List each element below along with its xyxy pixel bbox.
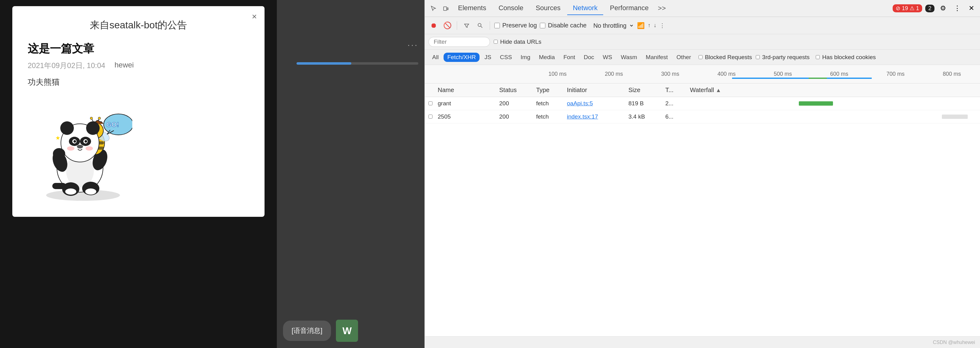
tab-elements[interactable]: Elements xyxy=(452,2,492,15)
row-1-time: 2... xyxy=(665,100,690,107)
more-tabs-button[interactable]: >> xyxy=(655,3,668,14)
type-css-button[interactable]: CSS xyxy=(496,53,515,62)
record-button[interactable]: ⏺ xyxy=(428,20,439,31)
type-ws-button[interactable]: WS xyxy=(599,53,616,62)
row-2-name[interactable]: 2505 xyxy=(438,113,499,120)
stop-recording-button[interactable]: 🚫 xyxy=(442,20,452,31)
preserve-log-label[interactable]: Preserve log xyxy=(494,22,537,29)
type-all-button[interactable]: All xyxy=(428,53,442,62)
timeline-300ms: 300 ms xyxy=(642,71,698,77)
header-time[interactable]: T... xyxy=(665,86,690,94)
svg-point-20 xyxy=(98,117,100,120)
wifi-icon: 📶 xyxy=(637,22,645,29)
tab-console[interactable]: Console xyxy=(493,2,529,15)
svg-point-41 xyxy=(478,23,481,27)
type-wasm-button[interactable]: Wasm xyxy=(617,53,641,62)
modal-overlay: 来自seatalk-bot的公告 × 这是一篇文章 2021年09月02日, 1… xyxy=(0,0,277,348)
chat-bottom-area: [语音消息] W xyxy=(277,313,425,348)
filter-input[interactable] xyxy=(428,37,490,47)
svg-point-6 xyxy=(85,188,96,195)
more-options-icon[interactable]: ⋮ xyxy=(952,3,963,14)
timeline-header: 100 ms 200 ms 300 ms 400 ms 500 ms 600 m… xyxy=(425,65,980,83)
hide-data-urls-label[interactable]: Hide data URLs xyxy=(494,38,541,45)
row-2-time: 6... xyxy=(665,113,690,120)
tab-performance[interactable]: Performance xyxy=(605,2,654,15)
type-manifest-button[interactable]: Manifest xyxy=(642,53,671,62)
svg-point-32 xyxy=(77,145,83,148)
row-1-status: 200 xyxy=(499,100,536,107)
middle-panel: ··· [语音消息] W xyxy=(277,0,425,348)
hide-data-urls-checkbox[interactable] xyxy=(494,40,498,44)
blocked-requests-label[interactable]: Blocked Requests xyxy=(698,54,752,61)
type-media-button[interactable]: Media xyxy=(535,53,558,62)
tab-network[interactable]: Network xyxy=(567,2,603,15)
svg-rect-39 xyxy=(444,7,447,11)
article-author: hewei xyxy=(115,61,134,70)
tab-badges: ⊘ 19 ⚠ 1 2 ⚙ ⋮ ✕ xyxy=(892,3,977,14)
progress-bar-area xyxy=(296,62,418,65)
table-row[interactable]: 2505 200 fetch index.tsx:17 3.4 kB 6... xyxy=(425,110,980,123)
row-1-waterfall xyxy=(690,99,976,107)
blocked-requests-checkbox[interactable] xyxy=(698,55,703,59)
has-blocked-cookies-label[interactable]: Has blocked cookies xyxy=(816,54,876,61)
filter-icon[interactable] xyxy=(461,20,472,31)
has-blocked-cookies-checkbox[interactable] xyxy=(816,55,820,59)
type-other-button[interactable]: Other xyxy=(673,53,695,62)
progress-bar-track xyxy=(296,62,418,65)
article-date: 2021年09月02日, 10:04 xyxy=(28,61,105,70)
row-1-checkbox[interactable] xyxy=(428,101,433,105)
header-initiator[interactable]: Initiator xyxy=(567,86,628,94)
type-js-button[interactable]: JS xyxy=(481,53,495,62)
cursor-icon[interactable] xyxy=(428,3,439,14)
type-img-button[interactable]: Img xyxy=(517,53,534,62)
modal-close-button[interactable]: × xyxy=(252,12,257,21)
filter-row: Hide data URLs xyxy=(425,34,980,49)
device-icon[interactable] xyxy=(440,3,451,14)
row-1-initiator: oaApi.ts:5 xyxy=(567,100,628,107)
header-type[interactable]: Type xyxy=(536,86,567,94)
third-party-label[interactable]: 3rd-party requests xyxy=(756,54,810,61)
throttle-select[interactable]: No throttling xyxy=(590,21,634,30)
w-button[interactable]: W xyxy=(336,320,358,342)
row-1-initiator-link[interactable]: oaApi.ts:5 xyxy=(567,100,593,107)
disable-cache-label[interactable]: Disable cache xyxy=(540,22,587,29)
search-icon[interactable] xyxy=(475,20,485,31)
voice-message-button[interactable]: [语音消息] xyxy=(283,321,331,341)
row-2-waterfall-bar xyxy=(942,115,968,119)
svg-point-37 xyxy=(53,148,65,159)
article-description: 功夫熊猫 xyxy=(28,77,249,88)
type-doc-button[interactable]: Doc xyxy=(580,53,598,62)
header-status[interactable]: Status xyxy=(499,86,536,94)
row-1-name[interactable]: grant xyxy=(438,100,499,107)
network-table: Name Status Type Initiator Size T... Wat… xyxy=(425,83,980,336)
type-font-button[interactable]: Font xyxy=(560,53,579,62)
row-2-waterfall xyxy=(690,113,976,121)
table-row[interactable]: grant 200 fetch oaApi.ts:5 819 B 2... xyxy=(425,97,980,110)
header-size[interactable]: Size xyxy=(628,86,665,94)
disable-cache-checkbox[interactable] xyxy=(540,23,546,28)
third-party-checkbox[interactable] xyxy=(756,55,760,59)
article-meta: 2021年09月02日, 10:04 hewei xyxy=(28,61,249,70)
row-1-type: fetch xyxy=(536,100,567,107)
sort-arrow-icon[interactable]: ▲ xyxy=(716,87,721,93)
svg-point-31 xyxy=(84,140,87,142)
svg-point-35 xyxy=(67,146,75,151)
row-checkbox[interactable] xyxy=(428,100,438,107)
type-fetch-xhr-button[interactable]: Fetch/XHR xyxy=(444,53,480,62)
csdn-watermark: CSDN @whuhewei xyxy=(933,340,975,345)
article-title: 这是一篇文章 xyxy=(28,41,249,56)
tab-sources[interactable]: Sources xyxy=(530,2,566,15)
row-2-checkbox[interactable] xyxy=(428,115,433,118)
row-checkbox[interactable] xyxy=(428,113,438,120)
timeline-400ms: 400 ms xyxy=(698,71,754,77)
close-devtools-icon[interactable]: ✕ xyxy=(966,3,977,14)
three-dots-menu[interactable]: ··· xyxy=(407,40,418,50)
timeline-800ms: 800 ms xyxy=(924,71,980,77)
more-toolbar-icon[interactable]: ⋮ xyxy=(660,22,665,29)
header-name[interactable]: Name xyxy=(438,86,499,94)
type-filter-row: All Fetch/XHR JS CSS Img Media Font Doc … xyxy=(425,49,980,65)
preserve-log-checkbox[interactable] xyxy=(494,23,500,28)
settings-gear-icon[interactable]: ⚙ xyxy=(937,3,949,14)
row-2-initiator-link[interactable]: index.tsx:17 xyxy=(567,113,598,120)
chat-top-area: ··· xyxy=(277,0,425,313)
